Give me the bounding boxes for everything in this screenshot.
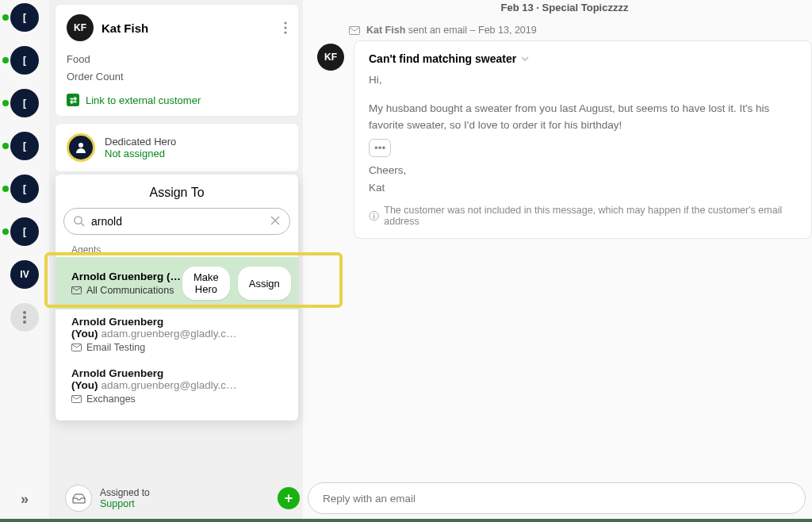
- person-icon: [75, 141, 87, 154]
- svg-point-1: [23, 316, 26, 319]
- hero-icon: [67, 133, 95, 162]
- assign-button[interactable]: Assign: [238, 267, 291, 300]
- add-button[interactable]: +: [278, 487, 300, 509]
- assign-search-input[interactable]: [63, 208, 290, 235]
- rail-item[interactable]: [: [10, 3, 39, 32]
- rail-avatar: [: [10, 217, 39, 246]
- assigned-to-label: Assigned to: [100, 487, 150, 498]
- svg-point-0: [23, 311, 26, 314]
- assigned-to-value[interactable]: Support: [100, 498, 150, 509]
- svg-point-5: [284, 31, 286, 33]
- customer-meta-row: Food: [67, 51, 287, 68]
- info-icon: [369, 210, 379, 221]
- email-card: Can't find matching sweater Hi, My husba…: [354, 40, 812, 239]
- rail-item[interactable]: [: [10, 89, 39, 117]
- dots-vertical-icon: [284, 21, 287, 34]
- bottom-border: [0, 519, 812, 522]
- assign-option-email: adam.gruenberg@gladly.c…: [102, 328, 237, 340]
- svg-line-8: [81, 224, 84, 227]
- hero-status: Not assigned: [105, 148, 176, 159]
- email-body: Hi, My husband bought a sweater from you…: [369, 71, 797, 197]
- make-hero-button[interactable]: Make Hero: [182, 267, 230, 300]
- inbox-icon: [71, 395, 82, 403]
- chevron-down-icon: [521, 56, 529, 62]
- inbox-icon: [72, 493, 86, 504]
- email-meta-rest: sent an email – Feb 13, 2019: [405, 25, 536, 36]
- thread-date-header: Feb 13 · Special Topiczzzz: [317, 0, 812, 13]
- reply-input[interactable]: [308, 482, 806, 514]
- customer-menu[interactable]: [284, 21, 287, 34]
- rail-avatar: IV: [10, 260, 39, 289]
- assign-heading: Assign To: [56, 186, 298, 200]
- rail-item[interactable]: [: [10, 175, 39, 203]
- email-info-note: The customer was not included in this me…: [369, 205, 797, 227]
- customer-avatar: KF: [67, 14, 94, 41]
- assign-option-inbox: All Communications: [86, 285, 174, 296]
- svg-point-7: [75, 217, 82, 224]
- assigned-inbox-icon[interactable]: [65, 485, 92, 512]
- dedicated-hero-card[interactable]: Dedicated Hero Not assigned: [56, 124, 298, 171]
- rail-avatar: [: [10, 3, 39, 32]
- rail-item[interactable]: [: [10, 46, 39, 75]
- expand-quoted[interactable]: •••: [369, 139, 391, 158]
- sender-avatar: KF: [317, 44, 344, 71]
- customer-card: KF Kat Fish Food Order Count ⇄ Link to e…: [56, 5, 298, 116]
- nav-rail: [ [ [ [ [ [ IV »: [0, 0, 49, 522]
- link-external-customer[interactable]: ⇄ Link to external customer: [67, 94, 287, 106]
- inbox-icon: [71, 344, 82, 351]
- rail-item[interactable]: [: [10, 217, 39, 246]
- svg-rect-17: [373, 215, 375, 219]
- link-icon: ⇄: [67, 94, 79, 106]
- search-icon: [73, 215, 85, 227]
- assign-option-inbox: Exchanges: [86, 393, 136, 405]
- assign-group-label: Agents: [56, 241, 298, 257]
- svg-point-16: [373, 213, 375, 214]
- svg-point-6: [79, 143, 83, 148]
- svg-point-3: [284, 21, 286, 24]
- mail-icon: [349, 26, 360, 35]
- email-subject-text: Can't find matching sweater: [369, 52, 516, 65]
- rail-item[interactable]: [: [10, 132, 39, 160]
- email-meta-sender: Kat Fish: [366, 25, 405, 36]
- rail-avatar: [: [10, 46, 39, 75]
- customer-meta-row: Order Count: [67, 68, 287, 86]
- side-panel: KF Kat Fish Food Order Count ⇄ Link to e…: [49, 0, 303, 522]
- assign-option-email: adam.gruenberg@gladly.c…: [102, 379, 237, 391]
- hero-title: Dedicated Hero: [105, 136, 176, 148]
- composer-bar: Assigned to Support +: [0, 478, 812, 519]
- rail-item[interactable]: IV: [10, 260, 39, 289]
- dots-vertical-icon: [23, 311, 26, 324]
- assign-option-name: Arnold Gruenberg (Yo…: [71, 271, 182, 282]
- close-icon: [270, 215, 281, 226]
- assign-dropdown: Assign To Agents Arnold Gruenberg (Yo…: [56, 175, 298, 420]
- assign-option-selected[interactable]: Arnold Gruenberg (Yo… All Communications…: [56, 257, 298, 309]
- assign-option-inbox: Email Testing: [86, 342, 145, 353]
- email-subject[interactable]: Can't find matching sweater: [369, 52, 797, 65]
- inbox-icon: [71, 286, 82, 294]
- assign-option[interactable]: Arnold Gruenberg (You)adam.gruenberg@gla…: [56, 309, 298, 361]
- clear-search[interactable]: [270, 215, 281, 226]
- link-external-label: Link to external customer: [86, 94, 201, 106]
- assign-option[interactable]: Arnold Gruenberg (You)adam.gruenberg@gla…: [56, 361, 298, 413]
- conversation-pane: Feb 13 · Special Topiczzzz Kat Fish sent…: [303, 0, 812, 522]
- rail-more[interactable]: [10, 303, 39, 332]
- svg-point-2: [23, 320, 26, 324]
- rail-avatar: [: [10, 175, 39, 203]
- customer-name: Kat Fish: [102, 21, 148, 35]
- email-sent-meta: Kat Fish sent an email – Feb 13, 2019: [349, 25, 812, 36]
- rail-avatar: [: [10, 132, 39, 160]
- rail-avatar: [: [10, 89, 39, 117]
- svg-point-4: [284, 26, 286, 29]
